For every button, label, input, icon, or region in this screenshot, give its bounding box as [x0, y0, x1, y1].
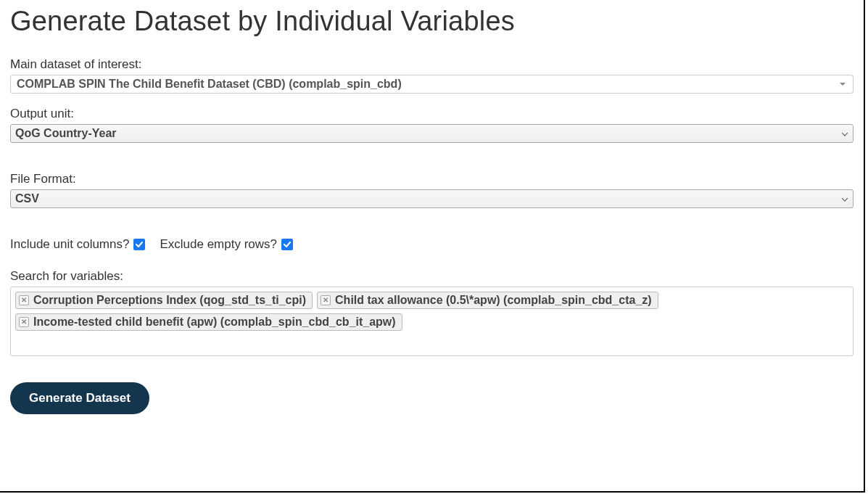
remove-tag-icon[interactable]: ✕ — [19, 317, 29, 327]
file-format-value: CSV — [15, 192, 39, 205]
check-icon — [283, 240, 292, 249]
chevron-down-icon — [842, 195, 848, 201]
variable-tag[interactable]: ✕ Corruption Perceptions Index (qog_std_… — [15, 292, 313, 309]
file-format-field: File Format: CSV — [10, 172, 853, 208]
search-variables-label: Search for variables: — [10, 269, 853, 284]
variables-tagbox[interactable]: ✕ Corruption Perceptions Index (qog_std_… — [10, 287, 853, 356]
variable-tag[interactable]: ✕ Child tax allowance (0.5\*apw) (compla… — [317, 292, 658, 309]
include-unit-checkbox[interactable] — [133, 239, 145, 250]
variable-tag-label: Corruption Perceptions Index (qog_std_ts… — [33, 294, 306, 307]
options-row: Include unit columns? Exclude empty rows… — [10, 237, 853, 252]
output-unit-value: QoG Country-Year — [15, 127, 117, 140]
chevron-down-icon — [842, 130, 848, 136]
include-unit-label: Include unit columns? — [10, 237, 129, 252]
page-frame: Generate Dataset by Individual Variables… — [0, 0, 865, 493]
exclude-empty-checkbox[interactable] — [281, 239, 293, 250]
page-title: Generate Dataset by Individual Variables — [10, 6, 853, 37]
main-dataset-select[interactable]: COMPLAB SPIN The Child Benefit Dataset (… — [10, 75, 853, 94]
generate-dataset-button[interactable]: Generate Dataset — [10, 382, 149, 414]
include-unit-group: Include unit columns? — [10, 237, 155, 252]
output-unit-label: Output unit: — [10, 107, 853, 121]
file-format-label: File Format: — [10, 172, 853, 186]
variable-tag-label: Child tax allowance (0.5\*apw) (complab_… — [335, 294, 652, 307]
remove-tag-icon[interactable]: ✕ — [321, 295, 331, 305]
exclude-empty-group: Exclude empty rows? — [160, 237, 303, 252]
variable-tag-label: Income-tested child benefit (apw) (compl… — [33, 316, 396, 329]
main-dataset-label: Main dataset of interest: — [10, 57, 853, 72]
check-icon — [135, 240, 144, 249]
caret-down-icon — [840, 83, 846, 86]
main-dataset-field: Main dataset of interest: COMPLAB SPIN T… — [10, 57, 853, 94]
exclude-empty-label: Exclude empty rows? — [160, 237, 277, 252]
main-dataset-value: COMPLAB SPIN The Child Benefit Dataset (… — [17, 78, 402, 91]
output-unit-select[interactable]: QoG Country-Year — [10, 124, 853, 143]
output-unit-field: Output unit: QoG Country-Year — [10, 107, 853, 143]
variable-tag[interactable]: ✕ Income-tested child benefit (apw) (com… — [15, 313, 402, 331]
file-format-select[interactable]: CSV — [10, 189, 853, 208]
search-variables-field: Search for variables: ✕ Corruption Perce… — [10, 269, 853, 356]
remove-tag-icon[interactable]: ✕ — [19, 295, 29, 305]
